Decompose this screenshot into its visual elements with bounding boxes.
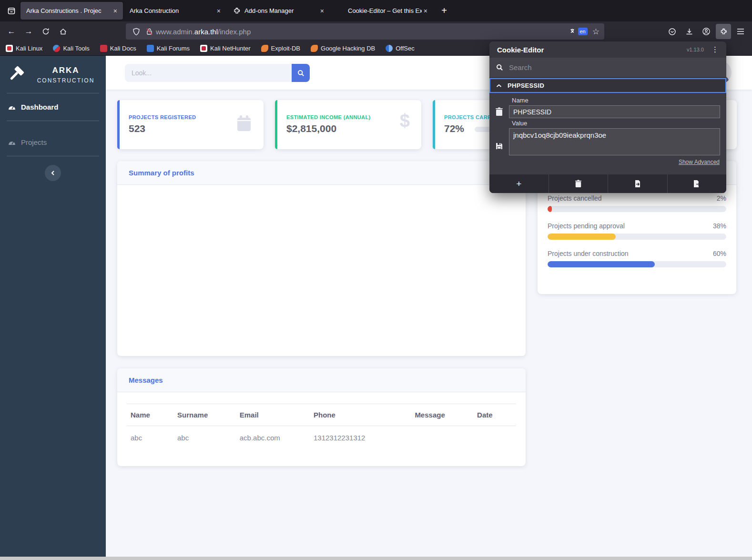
home-button[interactable] bbox=[55, 24, 71, 39]
kebab-menu-icon[interactable]: ⋮ bbox=[709, 45, 722, 54]
extensions-icon[interactable] bbox=[716, 24, 731, 39]
bookmark-kali-docs[interactable]: Kali Docs bbox=[100, 45, 136, 52]
cookie-row-phpsessid[interactable]: PHPSESSID bbox=[489, 78, 726, 93]
search-button[interactable] bbox=[292, 64, 310, 82]
sidebar-collapse-button[interactable] bbox=[45, 165, 61, 181]
status-value: 2% bbox=[717, 194, 726, 202]
toolbar-buttons bbox=[661, 24, 749, 39]
export-icon bbox=[693, 180, 701, 188]
forward-button[interactable]: → bbox=[21, 24, 36, 39]
cookie-editor-footer: + bbox=[489, 174, 726, 193]
status-value: 60% bbox=[713, 250, 726, 257]
new-tab-button[interactable]: + bbox=[437, 3, 452, 19]
reload-button[interactable] bbox=[38, 24, 53, 39]
cookie-search-input[interactable] bbox=[509, 63, 720, 71]
panel-header: Messages bbox=[117, 368, 526, 392]
cookie-editor-title: Cookie-Editor bbox=[497, 46, 687, 54]
cookie-value-textarea[interactable]: jnqbcv1oq8cjb09ieakprqn3oe bbox=[509, 128, 720, 155]
tab-arka-constructions-projects[interactable]: Arka Constructions . Projec × bbox=[20, 2, 123, 20]
cookie-editor-popup: Cookie-Editor v1.13.0 ⋮ PHPSESSID Name V… bbox=[489, 41, 726, 193]
tab-cookie-editor-amo[interactable]: Cookie-Editor – Get this Ext × bbox=[331, 2, 433, 20]
close-icon[interactable]: × bbox=[112, 6, 119, 16]
menu-icon[interactable] bbox=[733, 24, 748, 39]
status-value: 38% bbox=[713, 222, 726, 230]
cell-name: abc bbox=[127, 426, 173, 450]
bookmark-star-icon[interactable]: ☆ bbox=[592, 27, 600, 37]
close-icon[interactable]: × bbox=[318, 6, 326, 16]
value-field-label: Value bbox=[512, 120, 527, 127]
account-icon[interactable] bbox=[699, 24, 714, 39]
gauge-icon bbox=[8, 103, 16, 111]
pocket-icon[interactable] bbox=[664, 24, 680, 39]
bookmark-google-hacking-db[interactable]: Google Hacking DB bbox=[311, 45, 375, 52]
brand-text: ARKA CONSTRUCTION bbox=[32, 66, 99, 84]
search-input[interactable] bbox=[125, 64, 292, 82]
insecure-lock-icon[interactable] bbox=[146, 28, 153, 36]
tab-label: Arka Constructions . Projec bbox=[26, 7, 112, 14]
column-header: Date bbox=[473, 404, 516, 426]
bookmark-kali-nethunter[interactable]: Kali NetHunter bbox=[200, 45, 251, 52]
back-button[interactable]: ← bbox=[4, 24, 19, 39]
delete-cookie-icon[interactable] bbox=[495, 107, 503, 118]
export-cookies-button[interactable] bbox=[668, 174, 727, 193]
offsec-icon bbox=[386, 45, 393, 52]
add-cookie-button[interactable]: + bbox=[489, 174, 549, 193]
shield-icon[interactable] bbox=[132, 28, 140, 36]
status-row-pending: Projects pending approval 38% bbox=[548, 222, 726, 240]
column-header: Name bbox=[127, 404, 173, 426]
import-cookies-button[interactable] bbox=[608, 174, 668, 193]
puzzle-icon bbox=[233, 7, 241, 15]
card-value: $2,815,000 bbox=[286, 123, 336, 134]
progress-track bbox=[548, 261, 726, 267]
sidebar: ARKA CONSTRUCTION Dashboard Projects bbox=[0, 56, 106, 557]
column-header: Email bbox=[236, 404, 310, 426]
card-label: PROJECTS REGISTERED bbox=[129, 114, 196, 120]
delete-all-button[interactable] bbox=[549, 174, 609, 193]
browser-tab-bar: Arka Constructions . Projec × Arka Const… bbox=[0, 0, 752, 21]
column-header: Phone bbox=[310, 404, 411, 426]
tab-addons-manager[interactable]: Add-ons Manager × bbox=[227, 2, 330, 20]
card-projects-registered: PROJECTS REGISTERED 523 bbox=[117, 100, 264, 149]
close-icon[interactable]: × bbox=[215, 6, 223, 16]
table-row: abc abc acb.abc.com 1312312231312 bbox=[127, 426, 516, 450]
search-box bbox=[125, 64, 310, 82]
close-icon[interactable]: × bbox=[422, 6, 429, 16]
sidebar-item-label: Projects bbox=[21, 138, 47, 146]
card-label: ESTIMATED INCOME (ANNUAL) bbox=[286, 114, 371, 120]
sidebar-item-dashboard[interactable]: Dashboard bbox=[0, 93, 106, 121]
cell-phone: 1312312231312 bbox=[310, 426, 411, 450]
card-accent bbox=[117, 100, 120, 149]
calendar-icon bbox=[236, 114, 252, 134]
firefox-view-icon[interactable] bbox=[3, 2, 20, 20]
card-value: 72% bbox=[444, 123, 464, 134]
messages-table: Name Surname Email Phone Message Date ab… bbox=[127, 404, 516, 449]
panel-header: Summary of profits bbox=[117, 161, 526, 185]
window-bottom-edge bbox=[0, 557, 752, 560]
card-label: PROJECTS CARRIE bbox=[444, 114, 497, 120]
sidebar-item-label: Dashboard bbox=[21, 103, 58, 111]
brand[interactable]: ARKA CONSTRUCTION bbox=[0, 56, 106, 93]
downloads-icon[interactable] bbox=[681, 24, 697, 39]
translate-button[interactable]: en bbox=[570, 28, 588, 35]
bookmark-exploit-db[interactable]: Exploit-DB bbox=[261, 45, 300, 52]
bookmark-kali-forums[interactable]: Kali Forums bbox=[147, 45, 190, 52]
kali-docs-icon bbox=[100, 45, 107, 52]
import-icon bbox=[634, 180, 641, 188]
bookmark-kali-linux[interactable]: Kali Linux bbox=[6, 45, 42, 52]
sidebar-item-projects[interactable]: Projects bbox=[0, 129, 106, 156]
show-advanced-link[interactable]: Show Advanced bbox=[679, 159, 720, 165]
status-label: Projects pending approval bbox=[548, 222, 625, 230]
bookmark-offsec[interactable]: OffSec bbox=[386, 45, 415, 52]
google-hacking-db-icon bbox=[311, 45, 318, 52]
bookmark-kali-tools[interactable]: Kali Tools bbox=[53, 45, 89, 52]
progress-track bbox=[548, 206, 726, 212]
divider bbox=[7, 121, 99, 121]
tab-arka-construction[interactable]: Arka Construction × bbox=[124, 2, 226, 20]
divider bbox=[7, 156, 99, 156]
tab-label: Arka Construction bbox=[130, 7, 215, 14]
cookie-name-input[interactable] bbox=[509, 105, 720, 118]
chevron-up-icon bbox=[496, 84, 502, 88]
plus-icon: + bbox=[516, 179, 521, 189]
save-cookie-icon[interactable] bbox=[495, 142, 503, 152]
url-bar[interactable]: www.admin.arka.thl/index.php en ☆ bbox=[126, 23, 604, 40]
